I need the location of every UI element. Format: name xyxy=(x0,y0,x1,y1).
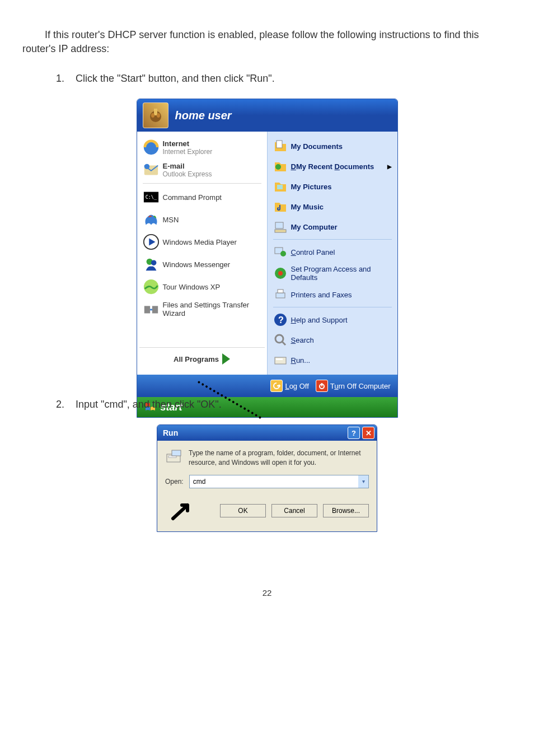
step-2: 2.Input "cmd", and then click "OK". xyxy=(56,399,512,410)
svg-rect-31 xyxy=(275,357,286,364)
my-computer-icon xyxy=(273,220,288,234)
outlook-express-icon xyxy=(143,161,160,178)
submenu-arrow-icon: ▶ xyxy=(387,164,392,170)
svg-point-29 xyxy=(275,335,283,343)
svg-rect-25 xyxy=(276,293,285,298)
menu-command-prompt[interactable]: C:\_ Command Prompt xyxy=(139,186,265,208)
start-menu-left-column: InternetInternet Explorer E-mailOutlook … xyxy=(137,132,267,375)
svg-point-6 xyxy=(144,164,149,169)
menu-my-documents[interactable]: My Documents xyxy=(270,136,395,156)
svg-point-22 xyxy=(280,251,286,256)
run-dialog-titlebar: Run ? ✕ xyxy=(157,425,377,441)
all-programs-arrow-icon xyxy=(222,353,230,365)
dialog-close-button[interactable]: ✕ xyxy=(362,427,374,439)
menu-set-program-access[interactable]: Set Program Access and Defaults xyxy=(270,262,395,284)
start-menu-footer: Log Off Turn Off Computer xyxy=(137,375,397,397)
username-label: home user xyxy=(175,109,232,122)
menu-msn[interactable]: MSN xyxy=(139,208,265,231)
svg-line-30 xyxy=(282,342,285,345)
open-input[interactable] xyxy=(190,475,358,488)
tour-xp-icon xyxy=(143,278,160,295)
svg-text:C:\_: C:\_ xyxy=(145,194,157,200)
menu-run[interactable]: Run... xyxy=(270,350,395,370)
svg-rect-1 xyxy=(154,109,157,115)
menu-internet[interactable]: InternetInternet Explorer xyxy=(139,136,265,158)
help-icon: ? xyxy=(273,312,288,327)
menu-printers-faxes[interactable]: Printers and Faxes xyxy=(270,284,395,305)
transfer-wizard-icon xyxy=(143,301,160,318)
menu-my-pictures[interactable]: My Pictures xyxy=(270,176,395,197)
step-1: 1.Click the "Start" button, and then cli… xyxy=(56,73,512,85)
messenger-icon xyxy=(143,256,160,273)
svg-rect-15 xyxy=(152,306,157,314)
logoff-button[interactable]: Log Off xyxy=(270,380,308,392)
svg-rect-19 xyxy=(275,222,283,228)
search-icon xyxy=(273,333,288,347)
set-program-access-icon xyxy=(273,266,288,281)
svg-rect-16 xyxy=(277,141,282,148)
svg-rect-14 xyxy=(144,306,149,314)
command-prompt-icon: C:\_ xyxy=(143,189,160,206)
svg-point-3 xyxy=(157,113,160,118)
menu-search[interactable]: Search xyxy=(270,330,395,350)
menu-my-computer[interactable]: My Computer xyxy=(270,217,395,237)
internet-explorer-icon xyxy=(143,139,160,156)
my-pictures-icon xyxy=(273,179,288,194)
start-menu-right-column: My Documents DMy Recent DocumentsMy Rece… xyxy=(267,132,397,375)
open-combobox[interactable]: ▾ xyxy=(189,475,369,488)
browse-button[interactable]: Browse... xyxy=(323,504,369,517)
menu-windows-media-player[interactable]: Windows Media Player xyxy=(139,231,265,253)
intro-paragraph: If this router's DHCP server function is… xyxy=(22,28,512,56)
menu-help-support[interactable]: ? Help and Support xyxy=(270,310,395,330)
run-dialog-icon xyxy=(165,449,183,466)
ok-button[interactable]: OK xyxy=(220,504,266,517)
svg-point-24 xyxy=(278,271,283,276)
open-label: Open: xyxy=(165,478,184,486)
cancel-button[interactable]: Cancel xyxy=(271,504,317,517)
start-menu-screenshot: home user InternetInternet Explorer E-ma… xyxy=(137,99,398,418)
svg-rect-37 xyxy=(172,450,181,456)
start-menu-header: home user xyxy=(137,99,397,132)
svg-point-17 xyxy=(275,164,281,170)
wmp-icon xyxy=(143,234,160,250)
annotation-arrow-2 xyxy=(171,500,192,522)
run-dialog-title: Run xyxy=(163,428,178,437)
run-dialog-screenshot: Run ? ✕ Type the name of a program, fold… xyxy=(157,424,377,531)
svg-rect-18 xyxy=(277,185,283,189)
control-panel-icon xyxy=(273,245,288,259)
turnoff-icon xyxy=(316,380,328,392)
turnoff-button[interactable]: Turn Off Computer xyxy=(316,380,391,392)
menu-my-music[interactable]: My Music xyxy=(270,197,395,217)
all-programs[interactable]: All Programs xyxy=(139,347,265,370)
menu-my-recent-documents[interactable]: DMy Recent DocumentsMy Recent Documents … xyxy=(270,156,395,176)
my-music-icon xyxy=(273,199,288,214)
my-documents-icon xyxy=(273,139,288,153)
svg-rect-32 xyxy=(276,358,283,360)
svg-point-2 xyxy=(151,113,154,118)
user-avatar-icon xyxy=(143,102,168,128)
logoff-icon xyxy=(270,380,283,392)
menu-email[interactable]: E-mailOutlook Express xyxy=(139,158,265,181)
recent-documents-icon xyxy=(273,159,288,174)
svg-rect-20 xyxy=(275,230,286,232)
menu-control-panel[interactable]: Control Panel xyxy=(270,242,395,262)
menu-tour-windows-xp[interactable]: Tour Windows XP xyxy=(139,276,265,298)
svg-point-12 xyxy=(151,260,156,265)
dialog-help-button[interactable]: ? xyxy=(348,427,360,439)
run-icon xyxy=(273,353,288,367)
menu-files-settings-transfer[interactable]: Files and Settings Transfer Wizard xyxy=(139,298,265,320)
run-dialog-description: Type the name of a program, folder, docu… xyxy=(189,449,369,466)
svg-rect-26 xyxy=(278,290,283,293)
menu-windows-messenger[interactable]: Windows Messenger xyxy=(139,253,265,276)
printers-icon xyxy=(273,287,288,302)
dropdown-arrow-icon[interactable]: ▾ xyxy=(358,475,368,488)
msn-icon xyxy=(143,211,160,228)
page-number: 22 xyxy=(22,588,512,598)
svg-text:?: ? xyxy=(278,315,284,325)
